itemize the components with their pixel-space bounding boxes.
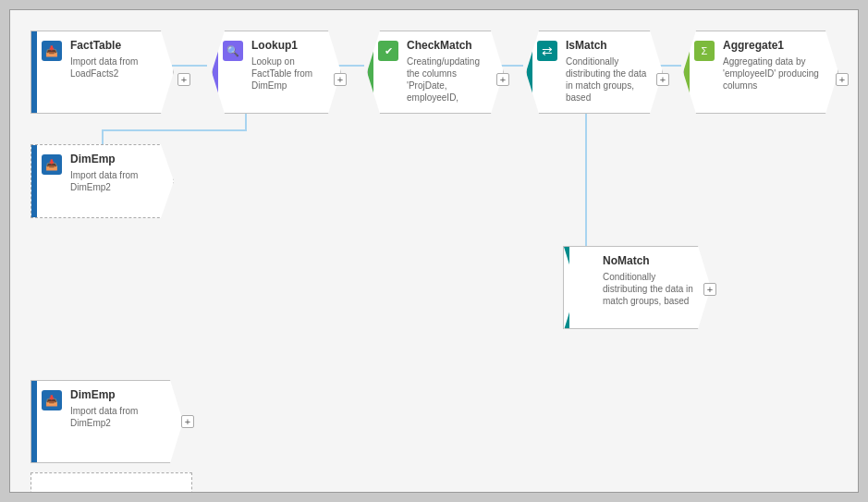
checkMatch-desc: Creating/updating the columns 'ProjDate,… <box>407 55 494 104</box>
dimEmpBottom-title: DimEmp <box>70 388 173 401</box>
noMatch-node: NoMatch Conditionally distributing the d… <box>563 246 711 329</box>
checkMatch-content: CheckMatch Creating/updating the columns… <box>403 31 503 113</box>
dimEmpTop-node: 📥 DimEmp Import data from DimEmp2 <box>31 144 174 218</box>
aggregate1-desc: Aggregating data by 'employeeID' produci… <box>723 55 828 92</box>
isMatch-icon-area: ⇄ <box>532 31 562 113</box>
lookup1-icon-area: 🔍 <box>218 31 248 113</box>
dimEmpTop-content: DimEmp Import data from DimEmp2 <box>67 145 173 217</box>
checkMatch-title: CheckMatch <box>407 39 494 52</box>
noMatch-title: NoMatch <box>603 254 701 267</box>
dimEmpTop-title: DimEmp <box>70 153 164 165</box>
checkMatch-icon-area: ✔ <box>373 31 403 113</box>
isMatch-plus[interactable]: + <box>656 73 669 86</box>
dimEmpBottom-icon: 📥 <box>42 390 62 410</box>
pipeline-canvas: 📥 FactTable Import data from LoadFacts2 … <box>9 9 859 493</box>
isMatch-icon: ⇄ <box>537 41 557 61</box>
aggregate1-title: Aggregate1 <box>723 39 828 52</box>
add-source-box[interactable]: Add Source <box>31 472 192 493</box>
dimEmpBottom-desc: Import data from DimEmp2 <box>70 405 173 429</box>
factTable-plus[interactable]: + <box>177 73 190 86</box>
dimEmpTop-icon-area: 📥 <box>37 145 67 217</box>
dimEmpTop-desc: Import data from DimEmp2 <box>70 169 164 193</box>
isMatch-node: ⇄ IsMatch Conditionally distributing the… <box>526 31 663 114</box>
noMatch-content: NoMatch Conditionally distributing the d… <box>599 247 710 328</box>
dimEmpBottom-icon-area: 📥 <box>37 381 67 462</box>
isMatch-desc: Conditionally distributing the data in m… <box>566 55 653 104</box>
aggregate1-icon-area: Σ <box>690 31 719 113</box>
factTable-title: FactTable <box>70 39 164 52</box>
factTable-icon-area: 📥 <box>37 31 67 113</box>
dimEmpBottom-content: DimEmp Import data from DimEmp2 <box>67 381 182 462</box>
factTable-node: 📥 FactTable Import data from LoadFacts2 <box>31 31 174 114</box>
aggregate1-icon: Σ <box>694 41 715 61</box>
lookup1-plus[interactable]: + <box>334 73 347 86</box>
dimEmpTop-icon: 📥 <box>42 154 62 175</box>
factTable-desc: Import data from LoadFacts2 <box>70 55 164 80</box>
factTable-icon: 📥 <box>42 41 62 61</box>
lookup1-content: Lookup1 Lookup on FactTable from DimEmp <box>248 31 340 113</box>
checkMatch-plus[interactable]: + <box>496 73 509 86</box>
isMatch-content: IsMatch Conditionally distributing the d… <box>562 31 662 113</box>
aggregate1-node: Σ Aggregate1 Aggregating data by 'employ… <box>683 31 838 114</box>
lookup1-title: Lookup1 <box>251 39 331 52</box>
lookup1-desc: Lookup on FactTable from DimEmp <box>251 55 331 92</box>
noMatch-plus[interactable]: + <box>703 283 716 296</box>
checkMatch-icon: ✔ <box>378 41 398 61</box>
isMatch-title: IsMatch <box>566 39 653 52</box>
aggregate1-plus[interactable]: + <box>836 73 849 86</box>
lookup1-icon: 🔍 <box>223 41 243 61</box>
dimEmpBottom-plus[interactable]: + <box>181 415 194 428</box>
lookup1-node: 🔍 Lookup1 Lookup on FactTable from DimEm… <box>212 31 341 114</box>
checkMatch-node: ✔ CheckMatch Creating/updating the colum… <box>367 31 504 114</box>
dimEmpBottom-node: 📥 DimEmp Import data from DimEmp2 <box>31 380 183 463</box>
aggregate1-content: Aggregate1 Aggregating data by 'employee… <box>719 31 837 113</box>
noMatch-desc: Conditionally distributing the data in m… <box>603 271 701 307</box>
factTable-content: FactTable Import data from LoadFacts2 <box>67 31 173 113</box>
